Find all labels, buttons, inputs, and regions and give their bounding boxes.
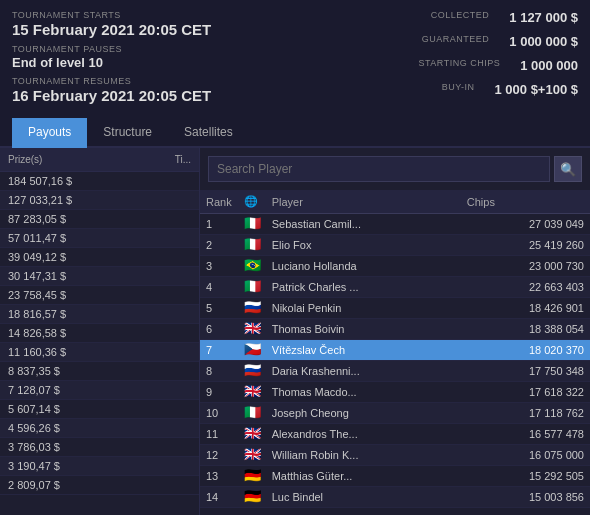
- flag-cell: 🇮🇹: [238, 235, 266, 256]
- chips-cell: 17 118 762: [461, 403, 590, 424]
- table-row[interactable]: 1 🇮🇹 Sebastian Camil... 27 039 049: [200, 214, 590, 235]
- table-row[interactable]: 14 🇩🇪 Luc Bindel 15 003 856: [200, 487, 590, 508]
- player-cell: Matthias Güter...: [266, 466, 461, 487]
- chips-cell: 18 020 370: [461, 340, 590, 361]
- payout-row: 23 758,45 $: [0, 286, 199, 305]
- left-info: TOURNAMENT STARTS 15 February 2021 20:05…: [12, 10, 285, 110]
- payout-row: 87 283,05 $: [0, 210, 199, 229]
- table-row[interactable]: 9 🇬🇧 Thomas Macdo... 17 618 322: [200, 382, 590, 403]
- payout-row: 14 826,58 $: [0, 324, 199, 343]
- flag-cell: 🇩🇪: [238, 487, 266, 508]
- payouts-panel: Prize(s) Ti... 184 507,16 $127 033,21 $8…: [0, 148, 200, 515]
- chips-cell: 15 003 856: [461, 487, 590, 508]
- flag-cell: 🇬🇧: [238, 445, 266, 466]
- player-cell: Sebastian Camil...: [266, 214, 461, 235]
- payout-row: 184 507,16 $: [0, 172, 199, 191]
- payouts-rows: 184 507,16 $127 033,21 $87 283,05 $57 01…: [0, 172, 199, 495]
- table-row[interactable]: 10 🇮🇹 Joseph Cheong 17 118 762: [200, 403, 590, 424]
- col-flag: 🌐: [238, 190, 266, 214]
- rank-cell: 10: [200, 403, 238, 424]
- players-tbody: 1 🇮🇹 Sebastian Camil... 27 039 049 2 🇮🇹 …: [200, 214, 590, 508]
- tab-payouts[interactable]: Payouts: [12, 118, 87, 148]
- payout-row: 18 816,57 $: [0, 305, 199, 324]
- payout-row: 3 786,03 $: [0, 438, 199, 457]
- flag-cell: 🇬🇧: [238, 382, 266, 403]
- tab-bar: Payouts Structure Satellites: [0, 118, 590, 148]
- main-content: Prize(s) Ti... 184 507,16 $127 033,21 $8…: [0, 148, 590, 515]
- payout-row: 11 160,36 $: [0, 343, 199, 362]
- tab-satellites[interactable]: Satellites: [168, 118, 249, 148]
- payout-row: 5 607,14 $: [0, 400, 199, 419]
- player-cell: Thomas Boivin: [266, 319, 461, 340]
- tournament-starts-value: 15 February 2021 20:05 CET: [12, 21, 285, 38]
- chips-cell: 27 039 049: [461, 214, 590, 235]
- rank-cell: 8: [200, 361, 238, 382]
- starting-chips-value: 1 000 000: [520, 58, 578, 73]
- col-rank: Rank: [200, 190, 238, 214]
- collected-label: COLLECTED: [431, 10, 490, 30]
- tournament-pauses-label: TOURNAMENT PAUSES: [12, 44, 285, 54]
- table-row[interactable]: 4 🇮🇹 Patrick Charles ... 22 663 403: [200, 277, 590, 298]
- rank-cell: 2: [200, 235, 238, 256]
- rank-cell: 4: [200, 277, 238, 298]
- tournament-pauses-value: End of level 10: [12, 55, 285, 70]
- table-row[interactable]: 12 🇬🇧 William Robin K... 16 075 000: [200, 445, 590, 466]
- table-row[interactable]: 8 🇷🇺 Daria Krashenni... 17 750 348: [200, 361, 590, 382]
- payouts-col1-header: Prize(s): [8, 154, 42, 165]
- search-input[interactable]: [208, 156, 550, 182]
- table-row[interactable]: 3 🇧🇷 Luciano Hollanda 23 000 730: [200, 256, 590, 277]
- buy-in-value: 1 000 $+100 $: [495, 82, 579, 97]
- chips-cell: 18 388 054: [461, 319, 590, 340]
- chips-cell: 23 000 730: [461, 256, 590, 277]
- payout-row: 127 033,21 $: [0, 191, 199, 210]
- payout-row: 30 147,31 $: [0, 267, 199, 286]
- flag-cell: 🇬🇧: [238, 424, 266, 445]
- table-row[interactable]: 13 🇩🇪 Matthias Güter... 15 292 505: [200, 466, 590, 487]
- flag-cell: 🇮🇹: [238, 403, 266, 424]
- players-table: Rank 🌐 Player Chips 1 🇮🇹 Sebastian Camil…: [200, 190, 590, 508]
- tournament-resumes-label: TOURNAMENT RESUMES: [12, 76, 285, 86]
- tab-structure[interactable]: Structure: [87, 118, 168, 148]
- payout-row: 4 596,26 $: [0, 419, 199, 438]
- player-cell: Patrick Charles ...: [266, 277, 461, 298]
- payout-row: 7 128,07 $: [0, 381, 199, 400]
- payout-row: 8 837,35 $: [0, 362, 199, 381]
- table-row[interactable]: 5 🇷🇺 Nikolai Penkin 18 426 901: [200, 298, 590, 319]
- chips-cell: 25 419 260: [461, 235, 590, 256]
- search-button[interactable]: 🔍: [554, 156, 582, 182]
- starting-chips-label: STARTING CHIPS: [418, 58, 500, 78]
- payout-row: 3 190,47 $: [0, 457, 199, 476]
- chips-cell: 17 618 322: [461, 382, 590, 403]
- guaranteed-label: GUARANTEED: [422, 34, 490, 54]
- player-cell: Luciano Hollanda: [266, 256, 461, 277]
- payout-row: 57 011,47 $: [0, 229, 199, 248]
- table-row[interactable]: 11 🇬🇧 Alexandros The... 16 577 478: [200, 424, 590, 445]
- flag-cell: 🇮🇹: [238, 214, 266, 235]
- payouts-header: Prize(s) Ti...: [0, 148, 199, 172]
- rank-cell: 11: [200, 424, 238, 445]
- top-section: TOURNAMENT STARTS 15 February 2021 20:05…: [0, 0, 590, 118]
- flag-cell: 🇧🇷: [238, 256, 266, 277]
- table-row[interactable]: 6 🇬🇧 Thomas Boivin 18 388 054: [200, 319, 590, 340]
- collected-value: 1 127 000 $: [509, 10, 578, 25]
- chips-cell: 15 292 505: [461, 466, 590, 487]
- flag-cell: 🇬🇧: [238, 319, 266, 340]
- rank-cell: 3: [200, 256, 238, 277]
- rank-cell: 1: [200, 214, 238, 235]
- player-cell: Elio Fox: [266, 235, 461, 256]
- player-cell: Nikolai Penkin: [266, 298, 461, 319]
- payout-row: 39 049,12 $: [0, 248, 199, 267]
- chips-cell: 16 075 000: [461, 445, 590, 466]
- chips-cell: 22 663 403: [461, 277, 590, 298]
- tournament-starts-label: TOURNAMENT STARTS: [12, 10, 285, 20]
- table-row[interactable]: 2 🇮🇹 Elio Fox 25 419 260: [200, 235, 590, 256]
- player-cell: Alexandros The...: [266, 424, 461, 445]
- player-cell: Daria Krashenni...: [266, 361, 461, 382]
- rank-cell: 14: [200, 487, 238, 508]
- rank-cell: 6: [200, 319, 238, 340]
- chips-cell: 18 426 901: [461, 298, 590, 319]
- guaranteed-value: 1 000 000 $: [509, 34, 578, 49]
- flag-cell: 🇷🇺: [238, 298, 266, 319]
- table-row[interactable]: 7 🇨🇿 Vítězslav Čech 18 020 370: [200, 340, 590, 361]
- rank-cell: 13: [200, 466, 238, 487]
